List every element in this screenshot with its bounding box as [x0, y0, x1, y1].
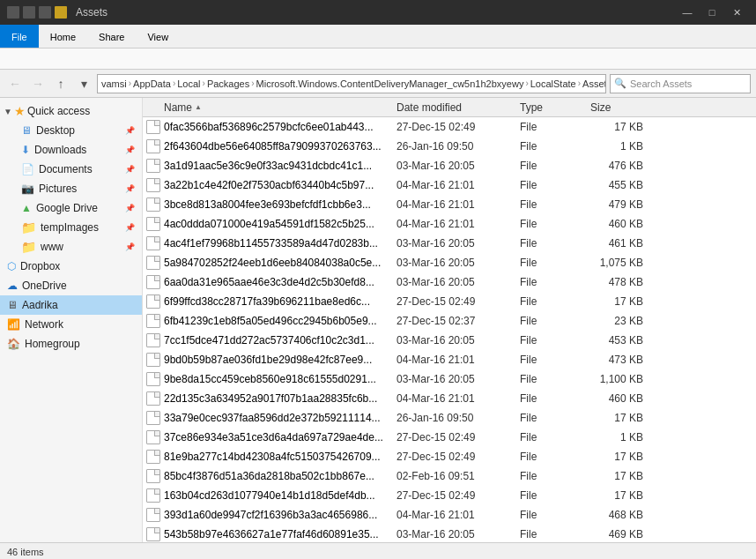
breadcrumb[interactable]: vamsi › AppData › Local › Packages › Mic… — [97, 74, 606, 93]
sidebar-item-aadrika[interactable]: 🖥 Aadrika — [0, 295, 142, 315]
file-size-cell: 476 KB — [583, 160, 654, 172]
sidebar-item-googledrive[interactable]: ▲ Google Drive 📌 — [0, 198, 142, 218]
file-list[interactable]: 0fac3566baf536896c2579bcfc6ee01ab443... … — [143, 117, 756, 542]
sidebar-item-network[interactable]: 📶 Network — [0, 315, 142, 334]
sidebar-item-tempimages[interactable]: 📁 tempImages 📌 — [0, 218, 142, 237]
file-name: 37ce86e934e3a51ce3d6a4da697a729ae4de... — [164, 431, 383, 443]
table-row[interactable]: 3bce8d813a8004fee3e693befcfdf1cbb6e3... … — [143, 195, 756, 214]
file-name: 543b58b97e4636627a1e77faf46d60891e35... — [164, 528, 379, 540]
file-name: 22d135c3a634952a9017f07b1aa28835fc6b... — [164, 392, 377, 405]
table-row[interactable]: 7cc1f5dce471dd272ac5737406cf10c2c3d1... … — [143, 331, 756, 350]
file-size-cell: 17 KB — [583, 470, 654, 482]
file-size-cell: 23 KB — [583, 315, 654, 327]
tempimages-icon: 📁 — [21, 220, 36, 235]
sidebar-item-desktop[interactable]: 🖥 Desktop 📌 — [0, 121, 142, 140]
column-type-header[interactable]: Type — [513, 98, 583, 117]
sidebar-item-documents[interactable]: 📄 Documents 📌 — [0, 160, 142, 179]
file-size-cell: 1 KB — [583, 431, 654, 443]
file-type-cell: File — [513, 334, 583, 347]
breadcrumb-item: Microsoft.Windows.ContentDeliveryManager… — [256, 78, 524, 89]
pin-icon: 📌 — [125, 223, 135, 232]
file-date-cell: 27-Dec-15 02:49 — [389, 451, 513, 463]
sidebar-label-tempimages: tempImages — [41, 221, 99, 234]
up-button[interactable]: ↑ — [51, 74, 70, 93]
table-row[interactable]: 4ac4f1ef79968b11455733589a4d47d0283b... … — [143, 234, 756, 253]
file-name-cell: 9bd0b59b87ae036fd1be29d98e42fc87ee9... — [143, 353, 389, 367]
sidebar-item-downloads[interactable]: ⬇ Downloads 📌 — [0, 140, 142, 160]
column-date-label: Date modified — [397, 101, 462, 114]
file-type-cell: File — [513, 412, 583, 424]
file-name-cell: 3a1d91aac5e36c9e0f33ac9431dcbdc41c1... — [143, 159, 389, 173]
file-icon — [146, 178, 160, 192]
dropbox-icon: ⬡ — [7, 260, 16, 272]
file-icon — [146, 450, 160, 464]
file-date-cell: 04-Mar-16 21:01 — [389, 218, 513, 230]
back-button[interactable]: ← — [5, 74, 25, 93]
table-row[interactable]: 0fac3566baf536896c2579bcfc6ee01ab443... … — [143, 117, 756, 137]
sidebar-label-desktop: Desktop — [36, 124, 75, 137]
file-type-cell: File — [513, 528, 583, 540]
table-row[interactable]: 22d135c3a634952a9017f07b1aa28835fc6b... … — [143, 389, 756, 408]
forward-button[interactable]: → — [28, 74, 48, 93]
sidebar-item-dropbox[interactable]: ⬡ Dropbox — [0, 257, 142, 276]
table-row[interactable]: 3a22b1c4e42f0e2f7530acbf63440b4c5b97... … — [143, 175, 756, 195]
window-title: Assets — [76, 6, 107, 19]
column-name-label: Name — [164, 101, 192, 114]
table-row[interactable]: 6f99ffcd38cc28717fa39b696211bae8ed6c... … — [143, 292, 756, 311]
pin-icon: 📌 — [125, 242, 135, 251]
file-name-cell: 2f643604dbe56e64085ff8a79099370263763... — [143, 139, 389, 153]
table-row[interactable]: 6fb41239c1eb8f5a05ed496cc2945b6b05e9... … — [143, 311, 756, 331]
table-row[interactable]: 81e9ba277c14bd42308a4fc5150375426709... … — [143, 447, 756, 466]
search-placeholder: Search Assets — [630, 78, 692, 89]
file-size-cell: 1 KB — [583, 140, 654, 153]
table-row[interactable]: 85bc4f3876d51a36da2818ba502c1bb867e... 0… — [143, 466, 756, 486]
tab-file[interactable]: File — [0, 25, 39, 48]
pin-icon: 📌 — [125, 145, 135, 154]
file-name: 9bd0b59b87ae036fd1be29d98e42fc87ee9... — [164, 354, 372, 366]
table-row[interactable]: 163b04cd263d1077940e14b1d18d5def4db... 2… — [143, 486, 756, 505]
table-row[interactable]: 9be8da15cc459ceb8560e918c61555d0291... 0… — [143, 369, 756, 389]
table-row[interactable]: 3a1d91aac5e36c9e0f33ac9431dcbdc41c1... 0… — [143, 156, 756, 175]
sidebar-label-dropbox: Dropbox — [20, 260, 60, 272]
file-date-cell: 04-Mar-16 21:01 — [389, 509, 513, 521]
maximize-button[interactable]: □ — [700, 3, 724, 22]
table-row[interactable]: 543b58b97e4636627a1e77faf46d60891e35... … — [143, 525, 756, 542]
table-row[interactable]: 33a79e0cec937faa8596dd2e372b59211114... … — [143, 408, 756, 428]
file-name-cell: 6aa0da31e965aae46e3c3de4d2c5b30efd8... — [143, 275, 389, 289]
breadcrumb-item: LocalState — [530, 78, 576, 89]
table-row[interactable]: 393d1a60de9947cf2f16396b3a3ac4656986... … — [143, 505, 756, 525]
sidebar-item-www[interactable]: 📁 www 📌 — [0, 237, 142, 257]
sidebar-item-onedrive[interactable]: ☁ OneDrive — [0, 276, 142, 295]
tab-view[interactable]: View — [136, 25, 180, 48]
tab-home[interactable]: Home — [39, 25, 87, 48]
file-type-cell: File — [513, 295, 583, 308]
sidebar-label-onedrive: OneDrive — [22, 280, 67, 292]
tab-share[interactable]: Share — [87, 25, 136, 48]
file-size-cell: 478 KB — [583, 276, 654, 288]
file-type-cell: File — [513, 315, 583, 327]
sidebar-quick-access-header[interactable]: ▼ ★ Quick access — [0, 101, 142, 121]
column-size-header[interactable]: Size — [583, 98, 654, 117]
column-name-header[interactable]: Name ▲ — [143, 98, 389, 117]
sidebar-item-homegroup[interactable]: 🏠 Homegroup — [0, 334, 142, 354]
table-row[interactable]: 37ce86e934e3a51ce3d6a4da697a729ae4de... … — [143, 428, 756, 447]
ribbon: File Home Share View — [0, 25, 756, 70]
file-type-cell: File — [513, 257, 583, 269]
pin-icon: 📌 — [125, 165, 135, 174]
table-row[interactable]: 9bd0b59b87ae036fd1be29d98e42fc87ee9... 0… — [143, 350, 756, 369]
close-button[interactable]: ✕ — [724, 3, 749, 22]
sidebar-item-pictures[interactable]: 📷 Pictures 📌 — [0, 179, 142, 198]
file-size-cell: 17 KB — [583, 121, 654, 133]
column-type-label: Type — [520, 101, 543, 114]
file-date-cell: 27-Dec-15 02:49 — [389, 295, 513, 308]
minimize-button[interactable]: — — [675, 3, 700, 22]
recent-locations-button[interactable]: ▾ — [74, 74, 93, 93]
file-date-cell: 27-Dec-15 02:49 — [389, 121, 513, 133]
table-row[interactable]: 2f643604dbe56e64085ff8a79099370263763...… — [143, 137, 756, 156]
search-bar[interactable]: 🔍 Search Assets — [610, 74, 751, 93]
table-row[interactable]: 5a984702852f24eeb1d6eeb84084038a0c5e... … — [143, 253, 756, 272]
table-row[interactable]: 4ac0ddda071000e419a54591df1582c5b25... 0… — [143, 214, 756, 234]
column-date-header[interactable]: Date modified — [389, 98, 513, 117]
file-name-cell: 6f99ffcd38cc28717fa39b696211bae8ed6c... — [143, 294, 389, 309]
table-row[interactable]: 6aa0da31e965aae46e3c3de4d2c5b30efd8... 0… — [143, 272, 756, 292]
